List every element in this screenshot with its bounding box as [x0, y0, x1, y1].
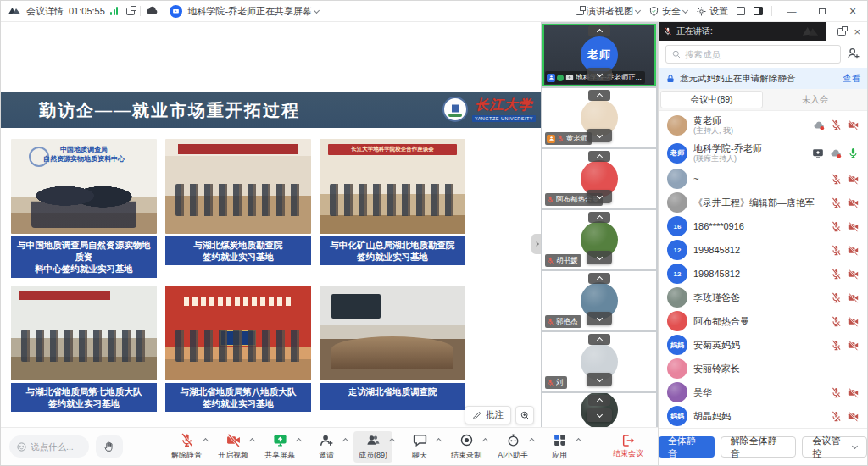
participant-row[interactable]: 老师 地科学院-乔老师 (联席主持人): [659, 139, 867, 167]
raise-hand-button[interactable]: [96, 435, 123, 458]
layout-toggle-icon[interactable]: [754, 7, 763, 15]
avatar: 12: [667, 240, 687, 260]
toolbar-button[interactable]: 结束录制: [447, 431, 486, 463]
expand-thumbnails-button[interactable]: [587, 129, 612, 142]
video-thumbnail[interactable]: 郭艳杰: [542, 271, 656, 330]
member-search-box[interactable]: [665, 45, 841, 64]
collapse-thumbnail-button[interactable]: [588, 90, 610, 101]
expand-thumbnails-button[interactable]: [587, 373, 612, 386]
tab-in-meeting[interactable]: 会议中(89): [660, 91, 763, 108]
chevron-up-icon[interactable]: [529, 438, 535, 444]
meeting-controls-button[interactable]: 会议管控: [802, 436, 867, 458]
participant-row[interactable]: 吴华: [659, 380, 867, 404]
expand-thumbnails-button[interactable]: [587, 312, 612, 325]
video-thumbnail[interactable]: [542, 393, 656, 427]
collapse-thumbnail-button[interactable]: [588, 395, 610, 406]
toolbar-button-label: 解除静音: [171, 450, 202, 461]
cloud-record-status-icon[interactable]: [146, 4, 159, 19]
toolbar-button[interactable]: 解除静音: [167, 431, 206, 463]
fullscreen-icon[interactable]: [737, 7, 745, 15]
participant-row[interactable]: ~: [659, 167, 867, 191]
participant-row[interactable]: 阿布都热合曼: [659, 309, 867, 333]
app-logo-icon: [8, 6, 21, 17]
video-thumbnail[interactable]: 老师 地科学院-乔老师正...: [542, 24, 656, 86]
mute-all-button[interactable]: 全体静音: [659, 436, 715, 458]
video-thumbnail[interactable]: 阿布都热合曼: [542, 149, 656, 208]
collapse-thumbnail-button[interactable]: [588, 151, 610, 162]
slide-photo-card: 长江大学地科学院校企合作座谈会 与中化矿山总局湖北地质勘查院 签约就业实习基地: [320, 139, 465, 278]
popout-icon[interactable]: [126, 8, 135, 15]
participant-row[interactable]: 妈妈 安菊英妈妈: [659, 333, 867, 357]
quick-message-box[interactable]: [9, 435, 89, 458]
slide-photo: 中国地质调查局 自然资源实物地质资料中心: [11, 139, 157, 234]
camera-off-icon: [848, 245, 859, 256]
toolbar-button[interactable]: 共享屏幕: [260, 431, 299, 463]
collapse-thumbnail-button[interactable]: [588, 334, 610, 345]
collapse-thumbnail-button[interactable]: [588, 212, 610, 223]
unmute-all-button[interactable]: 解除全体静音: [721, 436, 797, 458]
toolbar-button[interactable]: AI小助手: [493, 431, 532, 463]
security-button[interactable]: 安全: [648, 5, 687, 18]
participant-row[interactable]: 12 199845812: [659, 262, 867, 286]
toolbar-button[interactable]: 应用: [540, 431, 579, 463]
sharing-status[interactable]: 地科学院-乔老师正在共享屏幕: [187, 5, 319, 18]
camera-off-icon: [848, 387, 859, 398]
collapse-thumbnail-button[interactable]: [588, 273, 610, 284]
maximize-button[interactable]: [811, 1, 833, 22]
quick-message-input[interactable]: [31, 441, 81, 452]
close-button[interactable]: ×: [842, 1, 864, 22]
video-thumbnail[interactable]: 胡书媛: [542, 210, 656, 269]
slide-photo: [11, 286, 157, 380]
toolbar-button[interactable]: 开启视频: [214, 431, 253, 463]
annotate-button[interactable]: 批注: [465, 406, 511, 424]
notice-view-link[interactable]: 查看: [843, 73, 860, 85]
chevron-up-icon[interactable]: [482, 438, 488, 444]
participant-name: 《录井工程》编辑部—唐艳军: [693, 197, 825, 208]
participant-row[interactable]: 16 186****0916: [659, 214, 867, 238]
participant-row[interactable]: 黄老师 (主持人, 我): [659, 111, 867, 139]
thumbnail-name-label: 黄老师: [545, 132, 592, 145]
toolbar-button[interactable]: 聊天: [400, 431, 439, 463]
slide-photo: [165, 139, 311, 234]
minimize-button[interactable]: —: [781, 1, 803, 22]
participant-row[interactable]: 安丽铃家长: [659, 357, 867, 380]
view-mode-button[interactable]: 演讲者视图: [576, 5, 640, 18]
chevron-up-icon[interactable]: [296, 438, 302, 444]
avatar: [667, 169, 687, 189]
chevron-up-icon[interactable]: [249, 438, 255, 444]
tab-not-joined[interactable]: 未入会: [765, 91, 865, 108]
collapse-thumbnail-button[interactable]: [588, 25, 610, 36]
participant-row[interactable]: 妈妈 胡晶妈妈: [659, 404, 867, 428]
leave-meeting-icon: [621, 434, 635, 447]
end-meeting-button[interactable]: 结束会议: [607, 434, 649, 459]
chevron-up-icon[interactable]: [342, 438, 348, 444]
participant-row[interactable]: 《录井工程》编辑部—唐艳军: [659, 191, 867, 214]
expand-thumbnails-button[interactable]: [587, 408, 612, 422]
collapse-strip-handle[interactable]: [531, 234, 541, 254]
member-search-input[interactable]: [685, 49, 835, 59]
network-signal-icon: [110, 7, 119, 15]
expand-thumbnails-button[interactable]: [587, 190, 612, 203]
zoom-in-button[interactable]: [515, 406, 534, 424]
participant-row[interactable]: 李玫瑾爸爸: [659, 286, 867, 309]
toolbar-button-label: 开启视频: [218, 450, 248, 461]
chevron-up-icon[interactable]: [203, 438, 209, 444]
settings-button[interactable]: 设置: [696, 5, 728, 18]
expand-thumbnails-button[interactable]: [587, 68, 612, 81]
participant-row[interactable]: 12 199845812: [659, 238, 867, 262]
participant-name: 199845812: [693, 245, 825, 256]
video-thumbnail[interactable]: 黄老师: [542, 88, 656, 147]
toolbar-button[interactable]: 成员(89): [353, 431, 392, 463]
chevron-up-icon[interactable]: [389, 438, 395, 444]
expand-thumbnails-button[interactable]: [587, 251, 612, 264]
toolbar-button-label: 结束录制: [451, 450, 481, 461]
chevron-up-icon[interactable]: [436, 438, 442, 444]
video-thumbnail[interactable]: 刘: [542, 332, 656, 391]
toolbar-button[interactable]: 邀请: [307, 431, 346, 463]
chevron-up-icon[interactable]: [576, 438, 581, 444]
meeting-details-button[interactable]: 会议详情: [26, 5, 64, 18]
add-member-icon[interactable]: [847, 47, 860, 62]
photo-caption: 与中化矿山总局湖北地质勘查院 签约就业实习基地: [320, 236, 465, 265]
panel-popout-icon[interactable]: [837, 28, 846, 36]
panel-close-icon[interactable]: ×: [854, 26, 860, 37]
